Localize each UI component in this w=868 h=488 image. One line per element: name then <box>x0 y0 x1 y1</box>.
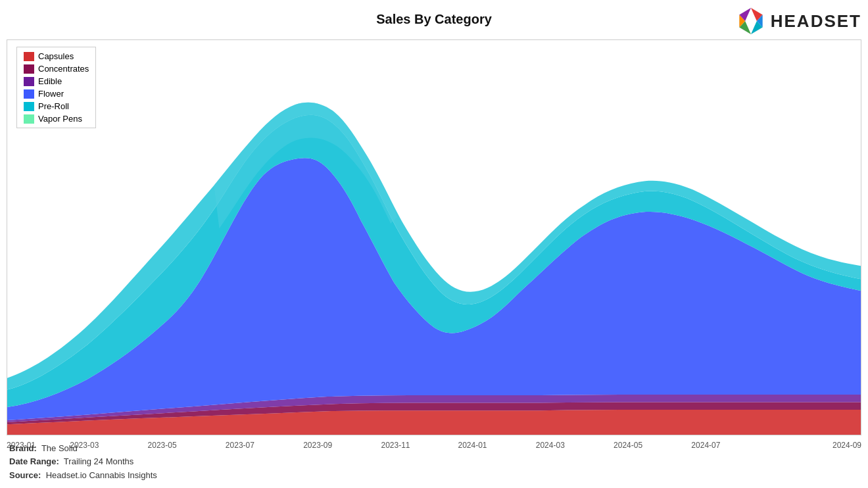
legend-label-concentrates: Concentrates <box>38 64 89 74</box>
x-label-8: 2024-05 <box>614 441 642 450</box>
legend-swatch-preroll <box>24 102 34 111</box>
legend-label-flower: Flower <box>38 89 64 99</box>
footer-brand-label: Brand: <box>9 443 37 453</box>
legend-swatch-flower <box>24 89 34 99</box>
legend-item-capsules: Capsules <box>24 51 89 61</box>
footer-date-range-label: Date Range: <box>9 456 59 466</box>
footer-source: Source: Headset.io Cannabis Insights <box>9 469 157 483</box>
footer-date-range-value: Trailing 24 Months <box>64 456 133 466</box>
legend-item-flower: Flower <box>24 89 89 99</box>
x-label-4: 2023-09 <box>303 441 332 450</box>
legend-label-preroll: Pre-Roll <box>38 101 69 111</box>
legend-label-capsules: Capsules <box>38 51 74 61</box>
legend-item-edible: Edible <box>24 76 89 86</box>
chart-area: Capsules Concentrates Edible Flower Pre-… <box>7 39 861 435</box>
x-label-3: 2023-07 <box>226 441 254 450</box>
footer-date-range: Date Range: Trailing 24 Months <box>9 455 157 469</box>
footer-info: Brand: The Solid Date Range: Trailing 24… <box>9 442 157 483</box>
legend-swatch-capsules <box>24 52 34 61</box>
legend-swatch-concentrates <box>24 64 34 74</box>
legend-swatch-edible <box>24 77 34 86</box>
page-container: HEADSET Sales By Category Capsules Conce… <box>0 0 868 488</box>
footer-source-label: Source: <box>9 470 41 480</box>
chart-legend: Capsules Concentrates Edible Flower Pre-… <box>16 47 96 128</box>
x-label-7: 2024-03 <box>536 441 565 450</box>
legend-item-concentrates: Concentrates <box>24 64 89 74</box>
legend-swatch-vaporpens <box>24 114 34 124</box>
x-label-5: 2023-11 <box>381 441 410 450</box>
chart-title: Sales By Category <box>0 12 868 27</box>
x-label-9: 2024-07 <box>691 441 720 450</box>
footer-source-value: Headset.io Cannabis Insights <box>46 470 157 480</box>
legend-item-vaporpens: Vapor Pens <box>24 114 89 124</box>
chart-svg <box>7 40 861 435</box>
footer-brand-value: The Solid <box>41 443 78 453</box>
x-label-10: 2024-09 <box>832 441 861 450</box>
footer-brand: Brand: The Solid <box>9 442 157 456</box>
legend-label-vaporpens: Vapor Pens <box>38 114 82 124</box>
legend-label-edible: Edible <box>38 76 62 86</box>
legend-item-preroll: Pre-Roll <box>24 101 89 111</box>
x-label-6: 2024-01 <box>458 441 487 450</box>
